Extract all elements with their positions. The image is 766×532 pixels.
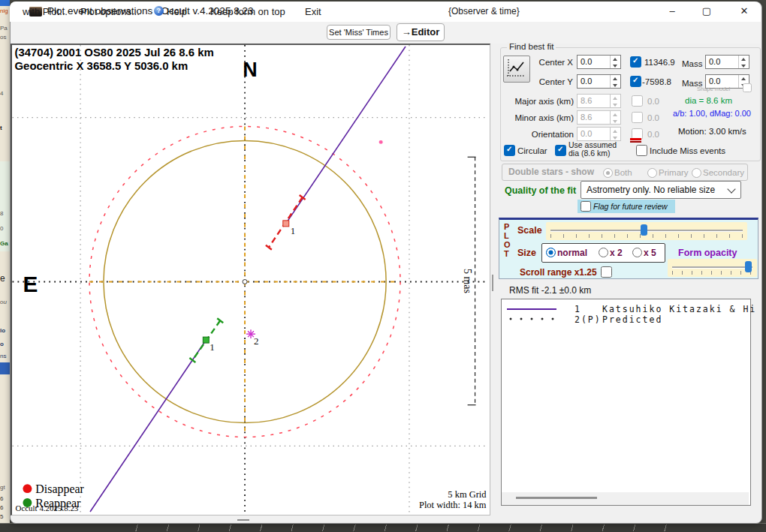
background-scribbles (120, 524, 676, 531)
double-both-radio[interactable] (603, 168, 613, 178)
close-button[interactable]: ✕ (733, 5, 755, 18)
legend-dotted-sample (505, 317, 558, 320)
menu-help[interactable]: Help (167, 6, 187, 17)
y-offset-checkbox[interactable] (630, 76, 641, 87)
minor-alt-checkbox[interactable] (632, 112, 643, 123)
flag-review-label: Flag for future review (593, 202, 668, 211)
set-miss-times-button[interactable]: Set 'Miss' Times (327, 25, 391, 40)
size-normal-radio[interactable] (546, 248, 556, 257)
legend-row-name: Predicted (602, 314, 662, 325)
disappear-legend-dot (23, 484, 32, 493)
background-window-sliver: nig Pa os 4 t 8 0 Ga e ou lo o ns gt 6 6… (0, 0, 10, 532)
help-icon (154, 6, 164, 16)
menu-exit[interactable]: Exit (305, 6, 321, 17)
sliver-text: gt (0, 484, 5, 491)
find-best-fit-title: Find best fit (507, 42, 556, 51)
circular-label: Circular (517, 146, 547, 155)
quality-combobox[interactable]: Astrometry only. No reliable size (581, 181, 741, 199)
minimize-button[interactable]: – (661, 5, 683, 18)
include-miss-checkbox[interactable] (636, 145, 647, 156)
center-y-label: Center Y (522, 77, 573, 86)
fit-colour-sample (630, 138, 641, 140)
plot-header-line1: (34704) 2001 OS80 2025 Jul 26 8.6 km (15, 46, 214, 59)
hscrollbar-thumb[interactable] (516, 497, 597, 499)
orientation-label: Orientation (509, 130, 574, 139)
sliver-text: Ga (0, 240, 8, 247)
x-offset-value: 11346.9 (644, 58, 675, 67)
disappear-legend-label: Disappear (35, 482, 84, 496)
chord1-label: 1 (291, 225, 295, 236)
shape-model-label: Shape model (697, 86, 730, 92)
center-x-value: 0.0 (578, 56, 610, 68)
minor-axis-spinner[interactable]: 8.6 (577, 110, 621, 125)
scale-slider[interactable] (546, 222, 747, 240)
double-secondary-label: Secondary (703, 168, 744, 177)
north-label: N (243, 59, 257, 81)
orientation-value: 0.0 (578, 128, 610, 140)
sliver-text: 4 (0, 90, 3, 97)
scroll-range-checkbox[interactable] (601, 266, 612, 278)
double-secondary-radio[interactable] (692, 168, 701, 178)
reappear-marker (203, 337, 209, 343)
menu-keep-on-top[interactable]: Keep form on top (210, 6, 285, 17)
plot-width-label: Plot width: 14 km (419, 500, 487, 510)
menu-plot-options[interactable]: Plot options... (80, 6, 140, 17)
size-label: Size (517, 248, 536, 258)
mass-x-value: 0.0 (706, 56, 738, 68)
include-miss-label: Include Miss events (650, 146, 725, 155)
opacity-slider-thumb[interactable] (745, 261, 752, 272)
mass-x-spinner[interactable]: 0.0 (705, 55, 749, 69)
list-hscrollbar[interactable] (502, 492, 749, 505)
east-label: E (23, 272, 38, 296)
chevron-down-icon (727, 185, 735, 193)
plot-area[interactable]: 1 1 2 5 mas (34704) 2001 OS80 2025 Jul 2… (11, 44, 490, 515)
flag-review-checkbox[interactable] (581, 201, 591, 212)
sliver-text: ou (0, 299, 7, 305)
maximize-button[interactable]: ▢ (695, 5, 718, 18)
splitter-handle[interactable] (492, 275, 493, 291)
center-y-spinner[interactable]: 0.0 (577, 74, 621, 89)
plot-header-line2: Geocentric X 3658.5 Y 5036.0 km (15, 59, 188, 72)
orientation-spinner[interactable]: 0.0 (577, 127, 621, 141)
use-assumed-checkbox[interactable] (555, 145, 566, 156)
legend-row-num: 2(P) (574, 314, 602, 325)
major-axis-value: 8.6 (578, 95, 610, 107)
form-opacity-slider[interactable] (668, 259, 757, 277)
size-x2-radio[interactable] (599, 248, 608, 257)
opacity-slider-groove (672, 266, 752, 268)
center-x-label: Center X (522, 58, 573, 67)
use-assumed-label: Use assumed dia (8.6 km) (568, 141, 617, 158)
sliver-text: ns (0, 353, 6, 359)
chord1-track-upper (286, 47, 406, 224)
size-x5-label: x 5 (644, 248, 656, 258)
circular-checkbox[interactable] (504, 145, 515, 156)
fit-colour-sample-2 (630, 141, 641, 143)
size-normal-label: normal (557, 248, 587, 258)
center-x-spinner[interactable]: 0.0 (577, 55, 621, 69)
sliver-text: o (0, 341, 4, 347)
observer-list[interactable]: 1 Katsuhiko Kitazaki & Hi 2(P) Predicted (501, 299, 751, 506)
editor-button[interactable]: →Editor (397, 23, 445, 41)
sliver-text: t (0, 125, 2, 131)
shape-model-checkbox[interactable] (743, 83, 752, 92)
resize-gripper[interactable] (237, 519, 249, 521)
sliver-text: 5 (0, 513, 3, 520)
major-axis-spinner[interactable]: 8.6 (577, 94, 621, 108)
grid-scale-label: 5 km Grid (448, 489, 487, 500)
legend-row-name: Katsuhiko Kitazaki & Hi (602, 304, 756, 314)
major-alt-checkbox[interactable] (632, 95, 643, 107)
x-offset-checkbox[interactable] (630, 56, 641, 68)
double-both-label: Both (614, 168, 632, 177)
use-assumed-line2: dia (8.6 km) (568, 149, 617, 158)
minor-axis-value: 8.6 (578, 111, 610, 124)
size-x5-radio[interactable] (632, 248, 642, 257)
double-primary-label: Primary (659, 168, 689, 177)
plot-letter-l: L (504, 231, 509, 240)
predicted-label: 2 (254, 335, 258, 347)
reappear-tick (189, 358, 195, 362)
sliver-text: e (0, 273, 5, 284)
ab-dmag-text: a/b: 1.00, dMag: 0.00 (673, 109, 751, 118)
menu-with-plot[interactable]: with Plot... (23, 6, 68, 17)
scale-slider-thumb[interactable] (641, 224, 647, 236)
double-primary-radio[interactable] (647, 168, 657, 178)
